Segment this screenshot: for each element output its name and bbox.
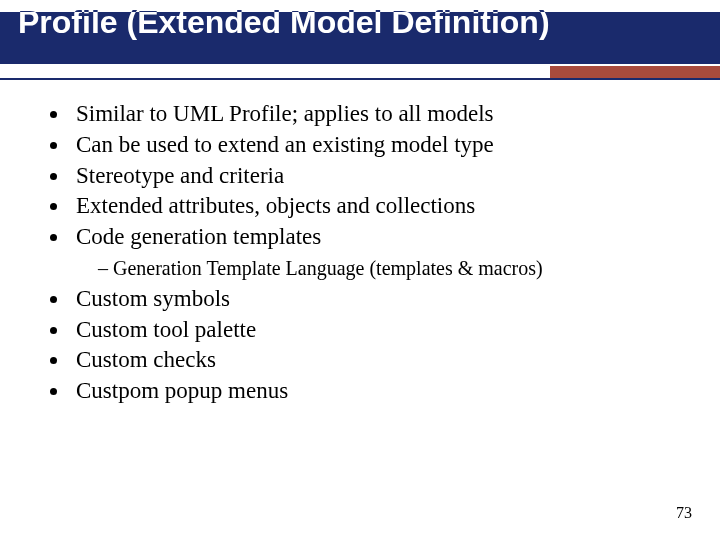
list-item: Custom symbols (70, 285, 688, 314)
page-number: 73 (676, 504, 692, 522)
accent-line (0, 78, 720, 80)
list-item: Custom tool palette (70, 316, 688, 345)
list-item: Similar to UML Profile; applies to all m… (70, 100, 688, 129)
list-item: Custpom popup menus (70, 377, 688, 406)
sub-bullet-list: Generation Template Language (templates … (70, 256, 688, 281)
list-item: Generation Template Language (templates … (98, 256, 688, 281)
list-item: Stereotype and criteria (70, 162, 688, 191)
list-item: Custom checks (70, 346, 688, 375)
bullet-list: Similar to UML Profile; applies to all m… (32, 100, 688, 406)
list-item: Can be used to extend an existing model … (70, 131, 688, 160)
list-item: Extended attributes, objects and collect… (70, 192, 688, 221)
list-item: Code generation templates (70, 223, 688, 252)
slide-body: Similar to UML Profile; applies to all m… (32, 100, 688, 408)
slide-header: Profile (Extended Model Definition) Prof… (0, 0, 720, 78)
